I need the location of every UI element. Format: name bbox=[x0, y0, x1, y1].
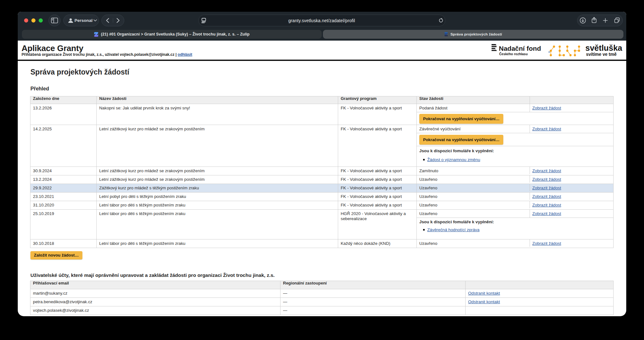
svg-text:svítíme ve tmě: svítíme ve tmě bbox=[586, 52, 617, 57]
svg-text:Nadační fond: Nadační fond bbox=[499, 45, 541, 52]
svg-text:Personal: Personal bbox=[74, 18, 93, 23]
svg-text:granty.svetluska.net/zadatel/p: granty.svetluska.net/zadatel/profil bbox=[288, 18, 355, 23]
svg-text:Českého rozhlasu: Českého rozhlasu bbox=[499, 52, 528, 56]
svg-text:světluška: světluška bbox=[585, 43, 622, 52]
